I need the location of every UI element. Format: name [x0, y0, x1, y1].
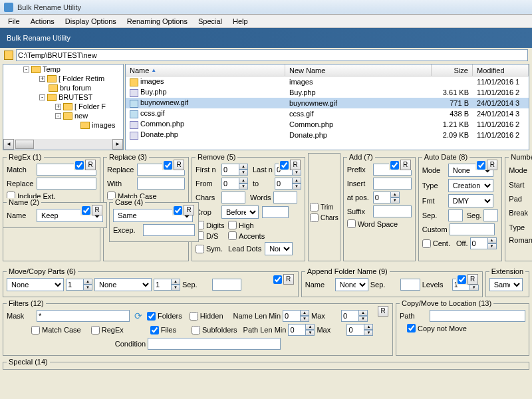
tree-node[interactable]: bru forum: [3, 83, 123, 92]
regex-reset[interactable]: R: [85, 160, 96, 170]
path-input[interactable]: [16, 49, 528, 61]
remove-sym[interactable]: [196, 245, 204, 253]
appendfolder-enable[interactable]: [458, 275, 466, 284]
folder-tree[interactable]: -Temp+[ Folder Retimbru forum-BRUTEST+[ …: [3, 64, 124, 150]
filters-hidden[interactable]: [190, 312, 198, 321]
folder-up-icon[interactable]: [4, 51, 13, 60]
filters-reset[interactable]: R: [378, 306, 388, 317]
appendfolder-select[interactable]: None: [335, 278, 368, 291]
autodate-cent[interactable]: [422, 239, 431, 248]
autodate-seg[interactable]: [483, 209, 498, 221]
remove-chars[interactable]: [221, 192, 245, 203]
filters-subfolders[interactable]: [192, 326, 200, 334]
expand-icon[interactable]: -: [39, 94, 45, 100]
file-row[interactable]: Buy.phpBuy.php3.61 KB11/01/2016 2: [126, 87, 529, 98]
file-row[interactable]: buynownew.gifbuynownew.gif771 B24/01/201…: [126, 98, 529, 108]
expand-icon[interactable]: -: [23, 66, 29, 72]
remove-to[interactable]: [275, 178, 292, 190]
case-excep[interactable]: [143, 224, 195, 236]
scroll-thumb[interactable]: [15, 140, 34, 149]
movecopy-sep[interactable]: [212, 279, 241, 291]
remove-accents[interactable]: [228, 231, 237, 240]
file-row[interactable]: ccss.gifccss.gif438 B24/01/2014 3: [126, 108, 529, 119]
filters-condition[interactable]: [148, 338, 281, 350]
file-row[interactable]: Donate.phpDonate.php2.09 KB11/01/2016 2: [126, 130, 529, 140]
autodate-enable[interactable]: [477, 161, 485, 170]
tree-node[interactable]: images: [3, 120, 123, 130]
remove-from[interactable]: [221, 178, 239, 190]
movecopy-sel2[interactable]: None: [94, 278, 152, 291]
add-enable[interactable]: [390, 161, 399, 170]
scroll-left-icon[interactable]: ◄: [3, 139, 14, 150]
filters-namelen-min[interactable]: [283, 310, 300, 322]
replace-enable[interactable]: [164, 161, 172, 170]
remove-firstn[interactable]: [221, 164, 239, 176]
col-newname[interactable]: New Name: [285, 65, 432, 76]
filters-pathlen-max[interactable]: [346, 324, 364, 336]
copymove-copynotmove[interactable]: [407, 324, 416, 332]
menu-renaming-options[interactable]: Renaming Options: [122, 16, 193, 27]
tree-node[interactable]: -BRUTEST: [3, 92, 123, 102]
autodate-off[interactable]: [470, 237, 487, 249]
movecopy-sel1[interactable]: None: [7, 278, 64, 291]
remove-trimchars[interactable]: [310, 213, 319, 222]
appendfolder-sep[interactable]: [400, 279, 420, 291]
add-wordspace[interactable]: [347, 219, 356, 228]
remove-crop-select[interactable]: Before: [221, 205, 259, 219]
menu-display-options[interactable]: Display Options: [60, 16, 122, 27]
menu-special[interactable]: Special: [193, 16, 227, 27]
refresh-icon[interactable]: ⟳: [134, 311, 142, 321]
remove-leaddots-select[interactable]: Non: [265, 242, 293, 255]
menu-help[interactable]: Help: [227, 16, 253, 27]
filters-matchcase[interactable]: [31, 326, 40, 334]
autodate-reset[interactable]: R: [487, 160, 497, 170]
tree-node[interactable]: -Temp: [3, 65, 123, 74]
col-size[interactable]: Size: [432, 65, 473, 76]
file-list[interactable]: Name▲ New Name Size Modified imagesimage…: [125, 64, 529, 150]
regex-replace-input[interactable]: [37, 178, 96, 190]
movecopy-n1[interactable]: [66, 279, 83, 291]
file-row[interactable]: Common.phpCommon.php1.21 KB11/01/2016 2: [126, 119, 529, 130]
remove-high[interactable]: [228, 221, 237, 229]
filters-namelen-max[interactable]: [341, 310, 358, 322]
filters-regex[interactable]: [91, 326, 100, 334]
tree-node[interactable]: +[ Folder F: [3, 102, 123, 111]
movecopy-enable[interactable]: [273, 275, 282, 284]
remove-words[interactable]: [273, 192, 297, 203]
case-reset[interactable]: R: [184, 205, 194, 215]
name-reset[interactable]: R: [92, 205, 102, 215]
scroll-right-icon[interactable]: ►: [112, 139, 123, 150]
filters-mask[interactable]: [37, 310, 130, 322]
tree-scrollbar[interactable]: ◄ ►: [3, 139, 123, 150]
autodate-fmt[interactable]: DMY: [448, 194, 493, 207]
file-row[interactable]: imagesimages11/01/2016 1: [126, 76, 529, 87]
replace-reset[interactable]: R: [174, 160, 184, 170]
filters-pathlen-min[interactable]: [288, 324, 305, 336]
expand-icon[interactable]: -: [55, 113, 61, 119]
menu-actions[interactable]: Actions: [25, 16, 60, 27]
regex-enable[interactable]: [75, 161, 84, 170]
autodate-custom[interactable]: [450, 223, 495, 235]
menu-file[interactable]: File: [3, 16, 25, 27]
copymove-path[interactable]: [430, 310, 525, 322]
add-insert[interactable]: [373, 178, 412, 190]
movecopy-n2[interactable]: [154, 279, 171, 291]
autodate-type[interactable]: Creation (Cur: [448, 179, 493, 192]
extension-select[interactable]: Same: [489, 278, 523, 291]
replace-with-input[interactable]: [137, 178, 185, 190]
expand-icon[interactable]: +: [55, 104, 61, 110]
tree-node[interactable]: +[ Folder Retim: [3, 74, 123, 83]
appendfolder-reset[interactable]: R: [467, 274, 478, 285]
movecopy-reset[interactable]: R: [283, 274, 294, 285]
add-reset[interactable]: R: [400, 160, 411, 170]
expand-icon[interactable]: +: [39, 76, 45, 82]
add-atpos[interactable]: [373, 192, 390, 203]
remove-trim[interactable]: [310, 203, 319, 211]
name-enable[interactable]: [82, 206, 90, 215]
autodate-sep[interactable]: [448, 209, 463, 221]
col-modified[interactable]: Modified: [473, 65, 529, 76]
add-suffix[interactable]: [373, 205, 412, 217]
remove-crop-text[interactable]: [262, 206, 289, 218]
filters-files[interactable]: [150, 326, 159, 334]
filters-folders[interactable]: [147, 312, 156, 321]
